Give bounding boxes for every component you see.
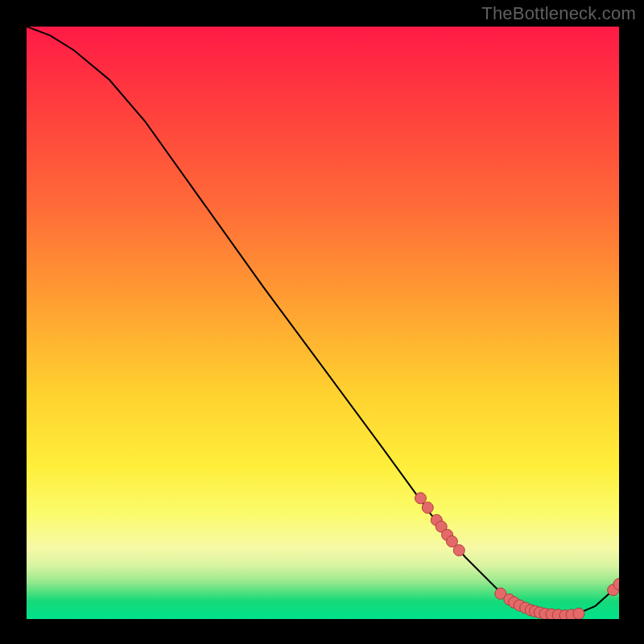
chart-overlay-svg: [27, 27, 619, 619]
bottleneck-curve-line: [27, 27, 619, 616]
data-point: [415, 493, 426, 504]
data-point: [453, 545, 464, 556]
data-point: [422, 502, 433, 514]
data-point-markers: [415, 493, 619, 619]
data-point: [573, 608, 584, 619]
chart-frame: TheBottleneck.com: [0, 0, 644, 644]
watermark-text: TheBottleneck.com: [481, 3, 636, 24]
